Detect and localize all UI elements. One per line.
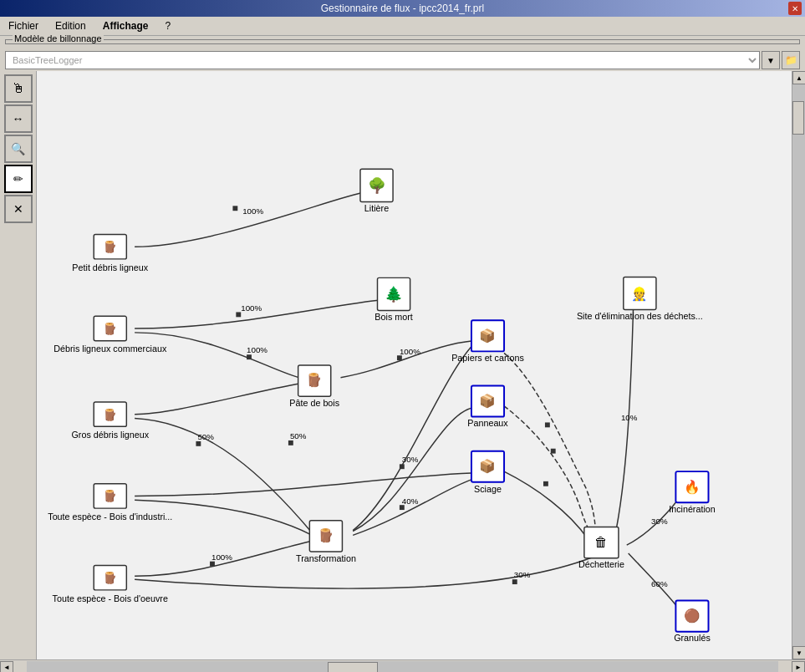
svg-text:Site d'élimination des déchets: Site d'élimination des déchets...: [577, 311, 703, 321]
svg-rect-4: [247, 354, 252, 359]
svg-text:🪵: 🪵: [103, 240, 118, 254]
svg-text:10%: 10%: [621, 413, 638, 422]
node-bois-mort[interactable]: 🌲 Bois mort: [374, 277, 412, 322]
model-dropdown[interactable]: BasicTreeLogger: [5, 51, 760, 69]
svg-text:🪵: 🪵: [318, 527, 334, 543]
svg-rect-22: [543, 481, 548, 486]
menu-bar: Fichier Edition Affichage ?: [0, 17, 805, 36]
scroll-thumb-v[interactable]: [792, 101, 804, 135]
scroll-right-button[interactable]: ►: [792, 661, 805, 673]
h-scroll-thumb[interactable]: [328, 662, 378, 673]
dropdown-row: BasicTreeLogger ▼ 📁: [5, 51, 800, 69]
svg-text:Toute espèce - Bois d'oeuvre: Toute espèce - Bois d'oeuvre: [53, 593, 168, 603]
node-dechetterie[interactable]: 🗑 Déchetterie: [578, 527, 624, 570]
svg-text:🪵: 🪵: [103, 322, 118, 336]
svg-text:🪵: 🪵: [103, 571, 118, 585]
svg-text:60%: 60%: [651, 579, 668, 588]
node-oeuvre[interactable]: 🪵 Toute espèce - Bois d'oeuvre: [53, 566, 168, 603]
svg-text:Papiers et cartons: Papiers et cartons: [451, 353, 524, 363]
svg-text:🔥: 🔥: [684, 479, 701, 495]
svg-text:Bois mort: Bois mort: [374, 312, 412, 322]
svg-text:Granulés: Granulés: [674, 633, 711, 643]
node-debris-ligneux[interactable]: 🪵 Débris ligneux commerciaux: [53, 316, 167, 354]
main-area: 🖱 ↔ 🔍 ✏ ✕ 100% 100% 100% 50%: [0, 71, 805, 659]
node-industri[interactable]: 🪵 Toute espèce - Bois d'industri...: [48, 484, 172, 522]
svg-text:📦: 📦: [480, 458, 497, 474]
canvas-area: 100% 100% 100% 50% 50% 30% 40%: [37, 71, 792, 659]
svg-text:🗑: 🗑: [594, 535, 608, 549]
scroll-up-button[interactable]: ▲: [792, 71, 805, 84]
svg-rect-16: [512, 579, 517, 584]
svg-text:100%: 100%: [242, 206, 263, 216]
scroll-left-button[interactable]: ◄: [0, 661, 13, 673]
svg-text:🌲: 🌲: [385, 285, 403, 303]
svg-text:Pâte de bois: Pâte de bois: [289, 398, 339, 408]
svg-text:🪵: 🪵: [103, 408, 118, 422]
left-toolbar: 🖱 ↔ 🔍 ✏ ✕: [0, 71, 37, 659]
scroll-down-button[interactable]: ▼: [792, 646, 805, 659]
tool-zoom[interactable]: 🔍: [4, 135, 33, 163]
node-site-elimination[interactable]: 👷 Site d'élimination des déchets...: [577, 277, 703, 321]
svg-text:Litière: Litière: [364, 203, 389, 213]
h-scroll-track[interactable]: [27, 661, 778, 673]
svg-text:Sciage: Sciage: [474, 484, 502, 494]
tool-delete[interactable]: ✕: [4, 195, 33, 223]
node-panneaux[interactable]: 📦 Panneaux: [467, 385, 508, 428]
svg-text:Petit débris ligneux: Petit débris ligneux: [72, 262, 148, 272]
flow-diagram: 100% 100% 100% 50% 50% 30% 40%: [37, 71, 792, 659]
tool-move[interactable]: ↔: [4, 104, 33, 133]
node-transformation[interactable]: 🪵 Transformation: [296, 521, 356, 563]
svg-text:🪵: 🪵: [103, 489, 118, 503]
bottom-scrollbar: ◄ ►: [0, 659, 805, 672]
tool-select[interactable]: 🖱: [4, 74, 33, 103]
menu-fichier[interactable]: Fichier: [3, 18, 43, 33]
menu-edition[interactable]: Edition: [50, 18, 91, 33]
node-litiere[interactable]: 🌳 Litière: [360, 169, 393, 213]
svg-text:Panneaux: Panneaux: [467, 418, 508, 428]
svg-text:Gros débris ligneux: Gros débris ligneux: [71, 430, 149, 440]
svg-rect-20: [545, 422, 550, 427]
svg-rect-8: [288, 440, 293, 445]
svg-text:📦: 📦: [480, 328, 497, 344]
svg-text:🟤: 🟤: [684, 608, 701, 624]
title-bar: Gestionnaire de flux - ipcc2014_fr.prl ✕: [0, 0, 805, 17]
svg-text:Débris ligneux commerciaux: Débris ligneux commerciaux: [53, 344, 167, 354]
dropdown-button[interactable]: ▼: [762, 51, 780, 69]
node-gros-debris[interactable]: 🪵 Gros débris ligneux: [71, 402, 149, 440]
svg-text:🪵: 🪵: [306, 372, 323, 388]
svg-rect-14: [210, 562, 215, 567]
svg-text:📦: 📦: [480, 393, 497, 409]
node-sciage[interactable]: 📦 Sciage: [471, 451, 504, 494]
svg-text:🌳: 🌳: [368, 176, 386, 195]
svg-text:100%: 100%: [211, 552, 232, 562]
node-granules[interactable]: 🟤 Granulés: [674, 601, 711, 644]
svg-text:Toute espèce - Bois d'industri: Toute espèce - Bois d'industri...: [48, 512, 172, 522]
svg-text:100%: 100%: [247, 345, 267, 354]
svg-rect-21: [551, 449, 556, 454]
node-incineration[interactable]: 🔥 Incinération: [669, 471, 716, 514]
group-box: Modèle de billonnage: [5, 39, 800, 44]
svg-rect-6: [196, 441, 201, 446]
svg-text:30%: 30%: [402, 455, 419, 464]
node-pate-bois[interactable]: 🪵 Pâte de bois: [289, 365, 339, 408]
svg-text:40%: 40%: [402, 496, 419, 506]
svg-text:100%: 100%: [400, 347, 420, 356]
group-box-label: Modèle de billonnage: [13, 33, 104, 43]
right-scrollbar: ▲ ▼: [792, 71, 805, 659]
window-title: Gestionnaire de flux - ipcc2014_fr.prl: [321, 3, 484, 14]
browse-button[interactable]: 📁: [782, 51, 800, 69]
tool-draw[interactable]: ✏: [4, 165, 33, 193]
node-petit-debris[interactable]: 🪵 Petit débris ligneux: [72, 235, 148, 272]
svg-text:Transformation: Transformation: [296, 553, 356, 563]
svg-text:30%: 30%: [514, 570, 531, 579]
svg-text:100%: 100%: [241, 303, 262, 313]
svg-text:50%: 50%: [290, 431, 307, 440]
svg-text:👷: 👷: [631, 286, 648, 302]
svg-text:Incinération: Incinération: [669, 504, 716, 514]
svg-text:30%: 30%: [651, 517, 668, 526]
scroll-track-v[interactable]: [792, 84, 805, 646]
svg-text:Déchetterie: Déchetterie: [578, 559, 624, 569]
close-button[interactable]: ✕: [788, 2, 802, 15]
menu-affichage[interactable]: Affichage: [98, 18, 154, 33]
menu-help[interactable]: ?: [160, 18, 176, 33]
